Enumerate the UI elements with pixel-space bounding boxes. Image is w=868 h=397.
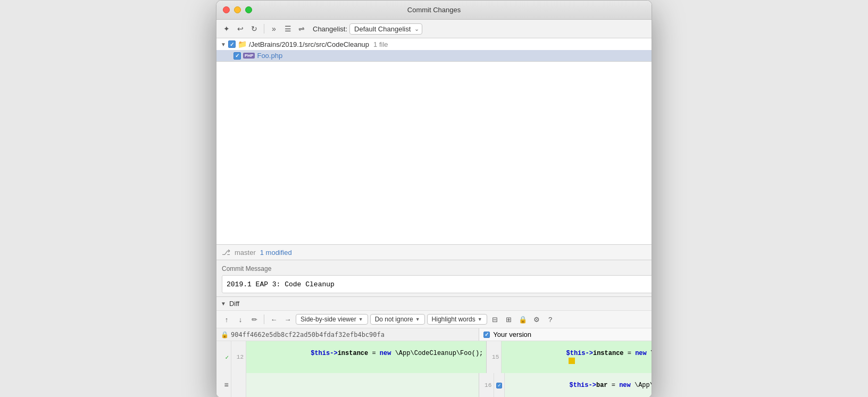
branch-info: ⎇ master 1 modified [216, 244, 652, 260]
tree-arrow: ▼ [221, 42, 226, 47]
diff-hash: 904ff4662e5db8cf22ad50b4fdaf32efb4bc90fa [231, 331, 385, 338]
maximize-button[interactable] [245, 6, 252, 13]
pin-icon[interactable]: ✦ [221, 23, 232, 35]
diff-line-num-left-1 [231, 373, 246, 397]
viewer-dropdown[interactable]: Side-by-side viewer ▼ [296, 314, 368, 325]
branch-icon: ⎇ [222, 248, 230, 257]
php-badge: PHP [243, 53, 255, 59]
commit-message-input[interactable] [222, 275, 652, 293]
lock-small-icon: 🔒 [221, 331, 229, 338]
highlight-dropdown[interactable]: Highlight words ▼ [427, 314, 487, 325]
viewer-arrow-icon: ▼ [358, 317, 363, 322]
diff-left-line-0: ✓ 12 $this->instance = new \App\CodeClea… [216, 341, 487, 373]
root-path: /JetBrains/2019.1/src/src/CodeCleanup [249, 40, 369, 48]
window-controls [223, 6, 252, 13]
diff-line-1: ≡ 16 $this->bar = new \App\Services\BarS… [216, 373, 652, 397]
highlight-marker [569, 358, 575, 364]
collapse-icon[interactable]: ⊟ [489, 313, 501, 325]
file-item-0[interactable]: PHP Foo.php [216, 50, 652, 61]
diff-toolbar: ↑ ↓ ✏ ← → Side-by-side viewer ▼ Do not i… [216, 310, 652, 328]
diff-edit-icon[interactable]: ✏ [248, 313, 260, 325]
diff-section: ▼ Diff ↑ ↓ ✏ ← → Side-by-side viewer ▼ [216, 296, 652, 397]
folder-icon: 📁 [238, 40, 247, 48]
left-panel: ✦ ↩ ↻ » ☰ ⇌ Changelist: Default Changeli… [216, 20, 652, 397]
diff-right-line-0: 15 $this->instance = new \App\CodeCleanu… [487, 341, 652, 373]
diff-header-row: 🔒 904ff4662e5db8cf22ad50b4fdaf32efb4bc90… [216, 328, 652, 341]
diff-checkbox-right-1 [494, 373, 505, 397]
undo-icon[interactable]: ↩ [235, 23, 246, 35]
diff-left-line-1: ≡ [216, 373, 479, 397]
commit-msg-header: Commit Message 🕐 [222, 264, 652, 273]
changelist-label: Changelist: [313, 25, 347, 33]
diff-right-line-1: 16 $this->bar = new \App\Services\BarSer… [479, 373, 652, 397]
tree-root-item[interactable]: ▼ 📁 /JetBrains/2019.1/src/src/CodeCleanu… [216, 38, 652, 50]
file-name: Foo.php [257, 52, 282, 60]
changelist-select[interactable]: Default Changelist [349, 23, 422, 35]
commit-msg-label: Commit Message [222, 265, 271, 272]
diff-content-right-1: $this->bar = new \App\Services\BarServic… [505, 373, 652, 397]
diff-header[interactable]: ▼ Diff [216, 297, 652, 310]
settings-icon[interactable]: ⚙ [531, 313, 542, 325]
diff-label: Diff [229, 300, 239, 308]
file-checkbox[interactable] [233, 52, 241, 60]
titlebar: Commit Changes [216, 1, 652, 20]
dialog-body: ✦ ↩ ↻ » ☰ ⇌ Changelist: Default Changeli… [216, 20, 652, 397]
diff-left-header: 🔒 904ff4662e5db8cf22ad50b4fdaf32efb4bc90… [216, 328, 479, 341]
diff-back-icon[interactable]: ← [268, 313, 280, 325]
file-count: 1 file [373, 40, 388, 48]
line-checkbox[interactable] [496, 383, 502, 388]
highlight-label: Highlight words [432, 316, 475, 323]
columns-icon[interactable]: ⊞ [503, 313, 515, 325]
main-toolbar: ✦ ↩ ↻ » ☰ ⇌ Changelist: Default Changeli… [216, 20, 652, 38]
your-version-label: Your version [493, 330, 531, 338]
diff-line-num-right-1: 16 [479, 373, 494, 397]
toolbar-separator [264, 24, 264, 34]
highlight-arrow-icon: ▼ [478, 317, 482, 322]
help-diff-icon[interactable]: ? [545, 313, 556, 325]
diff-content-right-0: $this->instance = new \App\CodeCleanup\F… [502, 341, 652, 373]
diff-line-0: ✓ 12 $this->instance = new \App\CodeClea… [216, 341, 652, 373]
ignore-arrow-icon: ▼ [415, 317, 420, 322]
commit-message-section: Commit Message 🕐 [216, 260, 652, 296]
viewer-label: Side-by-side viewer [301, 316, 356, 323]
diff-gutter-left-1: ≡ [216, 373, 231, 397]
your-version-checkbox[interactable] [483, 332, 490, 338]
diff-next-icon[interactable]: ↓ [235, 313, 246, 325]
modified-link[interactable]: 1 modified [260, 249, 292, 257]
diff-arrow: ▼ [221, 301, 226, 307]
diff-line-num-left-0: 12 [231, 341, 246, 373]
diff-forward-icon[interactable]: → [282, 313, 294, 325]
dialog-title: Commit Changes [407, 6, 461, 14]
diff-content-left-0: $this->instance = new \App\CodeCleanup\F… [246, 341, 486, 373]
file-tree: ▼ 📁 /JetBrains/2019.1/src/src/CodeCleanu… [216, 38, 652, 62]
diff-content-left-1 [246, 373, 479, 397]
ignore-dropdown[interactable]: Do not ignore ▼ [370, 314, 425, 325]
changelist-wrapper: Default Changelist [349, 23, 422, 35]
more-icon[interactable]: » [268, 23, 280, 35]
sort-icon[interactable]: ☰ [282, 23, 294, 35]
filter-icon[interactable]: ⇌ [296, 23, 307, 35]
diff-content: 🔒 904ff4662e5db8cf22ad50b4fdaf32efb4bc90… [216, 328, 652, 397]
minimize-button[interactable] [234, 6, 241, 13]
close-button[interactable] [223, 6, 230, 13]
file-area-spacer [216, 62, 652, 244]
commit-changes-dialog: Commit Changes ✦ ↩ ↻ » ☰ ⇌ Changelist: D… [216, 0, 652, 397]
diff-gutter-left-0: ✓ [216, 341, 231, 373]
root-checkbox[interactable] [228, 40, 236, 48]
lock-icon[interactable]: 🔒 [517, 313, 529, 325]
diff-right-header: Your version [479, 328, 652, 341]
diff-line-num-right-0: 15 [487, 341, 502, 373]
ignore-label: Do not ignore [375, 316, 413, 323]
branch-name: master [235, 249, 256, 257]
diff-prev-icon[interactable]: ↑ [221, 313, 232, 325]
diff-sep1 [264, 315, 264, 324]
refresh-icon[interactable]: ↻ [248, 23, 260, 35]
